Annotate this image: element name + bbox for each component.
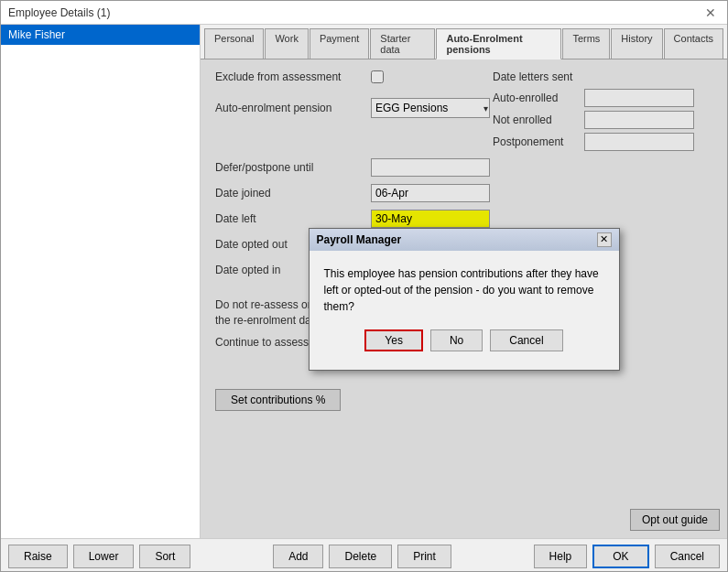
window-close-button[interactable]: ✕ (701, 5, 720, 20)
tab-terms[interactable]: Terms (562, 28, 610, 59)
tab-payment[interactable]: Payment (310, 28, 369, 59)
main-panel: Personal Work Payment Starter data Auto-… (201, 25, 727, 538)
modal-title: Payroll Manager (317, 233, 402, 246)
modal-body: This employee has pension contributions … (310, 251, 619, 370)
window-title: Employee Details (1) (8, 6, 110, 19)
content-area: Mike Fisher Personal Work Payment Starte… (1, 25, 727, 538)
employee-details-window: Employee Details (1) ✕ Mike Fisher Perso… (0, 0, 728, 572)
delete-button[interactable]: Delete (329, 545, 392, 568)
bottom-right-buttons: Help OK Cancel (534, 545, 720, 566)
help-button[interactable]: Help (534, 545, 588, 568)
modal-close-button[interactable]: ✕ (597, 232, 612, 247)
title-bar: Employee Details (1) ✕ (1, 1, 727, 25)
print-button[interactable]: Print (397, 545, 451, 568)
tab-personal[interactable]: Personal (204, 28, 264, 59)
bottom-center-buttons: Add Delete Print (273, 545, 451, 566)
lower-button[interactable]: Lower (73, 545, 135, 568)
payroll-manager-dialog: Payroll Manager ✕ This employee has pens… (309, 228, 620, 371)
modal-buttons: Yes No Cancel (324, 329, 604, 362)
modal-cancel-button[interactable]: Cancel (490, 329, 562, 351)
modal-overlay: Payroll Manager ✕ This employee has pens… (201, 59, 727, 538)
ok-button[interactable]: OK (592, 545, 648, 568)
tab-contacts[interactable]: Contacts (664, 28, 723, 59)
form-area: Exclude from assessment Auto-enrolment p… (201, 59, 727, 538)
bottom-left-buttons: Raise Lower Sort (8, 545, 190, 566)
tab-history[interactable]: History (611, 28, 662, 59)
tab-auto-enrolment[interactable]: Auto-Enrolment pensions (436, 28, 561, 59)
tabs-bar: Personal Work Payment Starter data Auto-… (201, 25, 727, 59)
add-button[interactable]: Add (273, 545, 323, 568)
cancel-button[interactable]: Cancel (655, 545, 720, 568)
modal-title-bar: Payroll Manager ✕ (310, 229, 619, 251)
modal-yes-button[interactable]: Yes (364, 329, 423, 351)
modal-message: This employee has pension contributions … (324, 265, 604, 315)
sort-button[interactable]: Sort (139, 545, 190, 568)
sidebar: Mike Fisher (1, 25, 201, 538)
sidebar-item-mike-fisher[interactable]: Mike Fisher (1, 25, 200, 45)
tab-starter-data[interactable]: Starter data (370, 28, 435, 59)
bottom-bar: Raise Lower Sort Add Delete Print Help O… (1, 538, 727, 571)
modal-no-button[interactable]: No (430, 329, 483, 351)
tab-work[interactable]: Work (265, 28, 308, 59)
raise-button[interactable]: Raise (8, 545, 68, 568)
